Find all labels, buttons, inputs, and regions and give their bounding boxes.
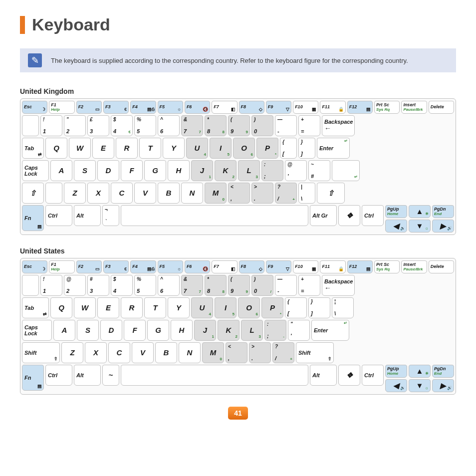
key: "': [288, 320, 310, 341]
key: [22, 275, 39, 296]
keyboard-diagram: Esc☽F1HelpF2▭F3€F4▤⎙F5☼F6🔇F7◧F8◇F9▽F10▦F…: [20, 258, 456, 395]
key: Alt Gr: [310, 205, 337, 226]
key: B: [158, 183, 180, 204]
key: D: [97, 160, 119, 181]
key: Prt ScSys Rq: [374, 101, 400, 114]
key: E: [97, 297, 119, 318]
key: S: [77, 320, 99, 341]
key: %5: [134, 275, 156, 296]
key: Alt: [310, 365, 337, 386]
key: D: [100, 320, 122, 341]
key: |\: [298, 183, 315, 204]
key: P*: [261, 297, 283, 318]
key: O6: [233, 138, 255, 159]
key: W: [74, 297, 96, 318]
key: X: [87, 183, 109, 204]
key: F3€: [103, 101, 129, 114]
key: Esc☽: [22, 101, 47, 114]
key: F7◧: [212, 260, 237, 273]
key: @2: [64, 275, 86, 296]
key: W: [69, 138, 91, 159]
key: G: [144, 160, 166, 181]
key: *88: [205, 115, 227, 136]
key: InsertPause/Brk: [401, 101, 427, 114]
key: F8◇: [239, 260, 264, 273]
key: {[: [280, 138, 297, 159]
key: B: [155, 342, 177, 363]
key: @': [285, 160, 307, 181]
key: N: [179, 342, 201, 363]
key: ▲☀: [409, 365, 431, 378]
key: ❖: [338, 365, 360, 386]
key: O6: [238, 297, 260, 318]
key: Backspace←: [322, 115, 355, 136]
key: (99: [228, 115, 250, 136]
key: Delete: [429, 260, 454, 273]
key: PgUpHome: [385, 365, 407, 378]
key: K2: [218, 320, 239, 341]
key: ^6: [158, 275, 180, 296]
key: <,: [226, 342, 247, 363]
pencil-icon: ✎: [28, 53, 42, 67]
key: F: [124, 320, 146, 341]
key: C: [111, 183, 133, 204]
key: C: [108, 342, 130, 363]
key: )0/: [251, 275, 273, 296]
key: U4: [186, 138, 208, 159]
key: :;: [261, 160, 283, 181]
key: £3: [87, 115, 109, 136]
key: Ctrl: [45, 205, 72, 226]
key: [121, 365, 308, 386]
key: T: [144, 297, 166, 318]
page-title: Keyboard: [32, 15, 110, 34]
key: S: [74, 160, 96, 181]
key: Alt: [74, 205, 101, 226]
key: Fn▤: [22, 205, 44, 231]
key: Y: [168, 297, 190, 318]
key: ▼☼: [409, 379, 431, 392]
key: Ctrl: [45, 365, 72, 386]
key: F5☼: [158, 260, 183, 273]
key: K2: [215, 160, 237, 181]
key: Shift⇧: [22, 342, 60, 363]
key: I5: [215, 297, 237, 318]
note-box: ✎ The keyboard is supplied according to …: [20, 48, 456, 72]
key: ▲☀: [409, 205, 431, 218]
key: F11🔒: [320, 101, 345, 114]
key: N: [181, 183, 203, 204]
key: PgDnEnd: [432, 205, 454, 218]
key: ~: [102, 365, 119, 386]
key: P*: [256, 138, 278, 159]
key: ⇧: [317, 183, 345, 204]
key: CapsLock: [22, 320, 52, 341]
key: M0: [202, 342, 224, 363]
key: Ctrl: [362, 365, 384, 386]
key: Ctrl: [362, 205, 384, 226]
key: ⇧: [22, 183, 44, 204]
key: !1: [40, 115, 62, 136]
key: R: [121, 297, 143, 318]
note-text: The keyboard is supplied according to th…: [51, 57, 408, 64]
key: {[: [285, 297, 307, 318]
key: ?/+: [272, 342, 294, 363]
key: A: [53, 320, 75, 341]
key: F1Help: [49, 260, 74, 273]
key: [121, 205, 308, 226]
key: Q: [45, 138, 67, 159]
key: *88: [205, 275, 227, 296]
key: >.: [249, 342, 271, 363]
key: ▶🔊: [432, 220, 454, 233]
title-row: Keyboard: [20, 15, 456, 34]
key: F6🔇: [185, 260, 210, 273]
key: Shift⇧: [296, 342, 334, 363]
key: J1: [194, 320, 216, 341]
key: ^6: [158, 115, 180, 136]
key: "2: [64, 115, 86, 136]
key: L3: [238, 160, 260, 181]
key: F4▤⎙: [130, 101, 156, 114]
key: F: [121, 160, 143, 181]
key: Q: [50, 297, 72, 318]
key: ¬`: [102, 205, 119, 226]
key: M0: [205, 183, 227, 204]
key: F9▽: [266, 101, 291, 114]
